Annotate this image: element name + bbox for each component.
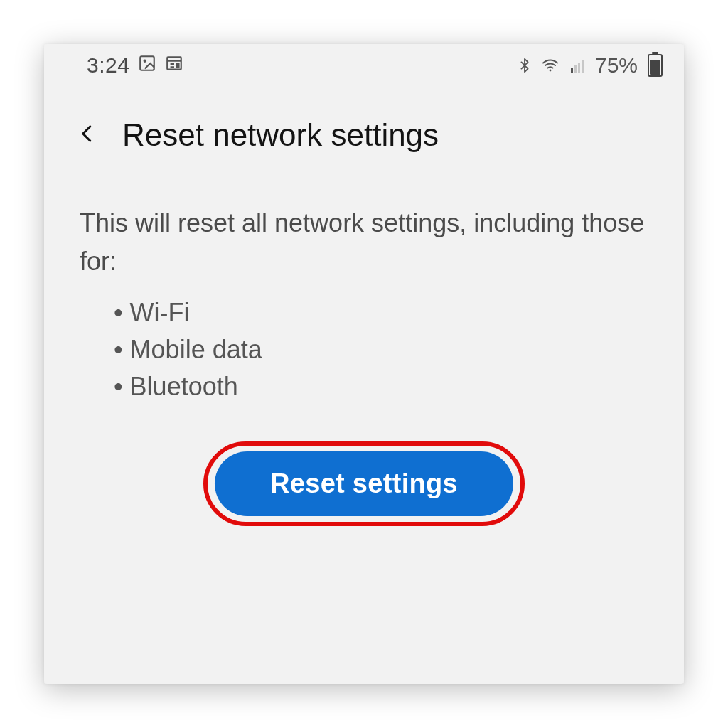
battery-icon	[645, 54, 663, 77]
battery-pct-text: 75%	[595, 53, 638, 77]
svg-point-7	[550, 70, 552, 72]
status-bar-left: 3:24	[87, 53, 183, 77]
svg-rect-9	[574, 65, 577, 73]
bullet-list: Wi-Fi Mobile data Bluetooth	[114, 298, 648, 402]
svg-rect-0	[141, 56, 155, 70]
chevron-left-icon	[77, 139, 98, 150]
svg-rect-6	[176, 63, 180, 68]
back-button[interactable]	[73, 115, 102, 154]
news-icon	[165, 53, 183, 77]
bluetooth-icon	[517, 55, 532, 75]
svg-point-1	[144, 60, 146, 63]
svg-rect-8	[571, 68, 573, 73]
page-title: Reset network settings	[122, 117, 439, 153]
description-text: This will reset all network settings, in…	[80, 204, 648, 281]
svg-rect-10	[578, 63, 580, 73]
list-item: Wi-Fi	[114, 298, 648, 328]
list-item: Mobile data	[114, 335, 648, 365]
status-bar: 3:24 75%	[44, 44, 684, 87]
reset-settings-button[interactable]: Reset settings	[215, 451, 513, 516]
signal-icon	[568, 57, 588, 74]
clock-text: 3:24	[87, 53, 129, 77]
page-body: This will reset all network settings, in…	[44, 161, 684, 526]
highlight-ring: Reset settings	[203, 441, 525, 526]
wifi-icon	[540, 57, 561, 74]
image-icon	[138, 53, 156, 77]
status-bar-right: 75%	[517, 53, 663, 77]
settings-screen: 3:24 75%	[44, 44, 684, 684]
list-item: Bluetooth	[114, 372, 648, 402]
title-bar: Reset network settings	[44, 87, 684, 161]
svg-rect-11	[582, 60, 584, 73]
